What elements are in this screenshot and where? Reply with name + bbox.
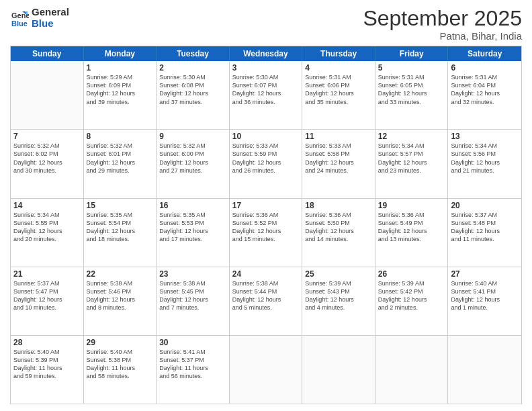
day-cell: 19Sunrise: 5:36 AM Sunset: 5:49 PM Dayli… xyxy=(375,199,449,267)
day-number: 27 xyxy=(451,269,519,279)
day-info: Sunrise: 5:30 AM Sunset: 6:08 PM Dayligh… xyxy=(159,73,226,106)
day-cell xyxy=(302,336,375,404)
logo: General Blue General Blue xyxy=(10,7,69,29)
day-cell: 2Sunrise: 5:30 AM Sunset: 6:08 PM Daylig… xyxy=(157,61,230,129)
header: General Blue General Blue September 2025… xyxy=(10,7,522,42)
day-cell: 4Sunrise: 5:31 AM Sunset: 6:06 PM Daylig… xyxy=(302,61,375,129)
day-cell: 21Sunrise: 5:37 AM Sunset: 5:47 PM Dayli… xyxy=(11,267,84,335)
day-cell: 18Sunrise: 5:36 AM Sunset: 5:50 PM Dayli… xyxy=(302,199,375,267)
day-cell: 8Sunrise: 5:32 AM Sunset: 6:01 PM Daylig… xyxy=(84,130,157,197)
column-header-friday: Friday xyxy=(375,46,449,61)
day-number: 13 xyxy=(451,132,519,141)
day-number: 19 xyxy=(378,201,445,210)
day-cell xyxy=(375,336,449,404)
week-row-4: 21Sunrise: 5:37 AM Sunset: 5:47 PM Dayli… xyxy=(11,267,521,336)
day-info: Sunrise: 5:39 AM Sunset: 5:42 PM Dayligh… xyxy=(378,279,445,312)
logo-icon: General Blue xyxy=(10,9,29,28)
day-cell xyxy=(230,336,303,404)
day-cell: 15Sunrise: 5:35 AM Sunset: 5:54 PM Dayli… xyxy=(84,199,157,267)
day-cell: 5Sunrise: 5:31 AM Sunset: 6:05 PM Daylig… xyxy=(375,61,449,129)
day-number: 10 xyxy=(232,132,300,141)
day-number: 3 xyxy=(232,63,300,73)
week-row-5: 28Sunrise: 5:40 AM Sunset: 5:39 PM Dayli… xyxy=(11,336,521,404)
svg-text:Blue: Blue xyxy=(11,19,28,28)
day-cell: 9Sunrise: 5:32 AM Sunset: 6:00 PM Daylig… xyxy=(157,130,230,197)
day-cell: 1Sunrise: 5:29 AM Sunset: 6:09 PM Daylig… xyxy=(84,61,157,129)
day-info: Sunrise: 5:33 AM Sunset: 5:59 PM Dayligh… xyxy=(232,142,300,175)
day-info: Sunrise: 5:33 AM Sunset: 5:58 PM Dayligh… xyxy=(305,142,372,175)
day-cell: 29Sunrise: 5:40 AM Sunset: 5:38 PM Dayli… xyxy=(84,336,157,404)
week-row-2: 7Sunrise: 5:32 AM Sunset: 6:02 PM Daylig… xyxy=(11,130,521,198)
column-header-monday: Monday xyxy=(84,46,157,61)
day-number: 15 xyxy=(87,201,154,210)
day-cell xyxy=(11,61,84,129)
day-number: 11 xyxy=(305,132,372,141)
day-info: Sunrise: 5:32 AM Sunset: 6:02 PM Dayligh… xyxy=(13,142,81,175)
day-info: Sunrise: 5:40 AM Sunset: 5:39 PM Dayligh… xyxy=(13,348,81,381)
day-info: Sunrise: 5:29 AM Sunset: 6:09 PM Dayligh… xyxy=(87,73,154,106)
day-number: 23 xyxy=(159,269,226,279)
day-cell: 25Sunrise: 5:39 AM Sunset: 5:43 PM Dayli… xyxy=(302,267,375,335)
day-cell: 23Sunrise: 5:38 AM Sunset: 5:45 PM Dayli… xyxy=(157,267,230,335)
day-cell: 28Sunrise: 5:40 AM Sunset: 5:39 PM Dayli… xyxy=(11,336,84,404)
weeks-container: 1Sunrise: 5:29 AM Sunset: 6:09 PM Daylig… xyxy=(11,61,521,404)
title-block: September 2025 Patna, Bihar, India xyxy=(363,7,522,42)
day-number: 30 xyxy=(159,338,226,347)
day-number: 28 xyxy=(13,338,81,347)
day-number: 1 xyxy=(87,63,154,73)
column-header-tuesday: Tuesday xyxy=(157,46,230,61)
day-info: Sunrise: 5:38 AM Sunset: 5:44 PM Dayligh… xyxy=(232,279,300,312)
day-info: Sunrise: 5:30 AM Sunset: 6:07 PM Dayligh… xyxy=(232,73,300,106)
calendar: SundayMondayTuesdayWednesdayThursdayFrid… xyxy=(10,46,522,404)
day-info: Sunrise: 5:37 AM Sunset: 5:48 PM Dayligh… xyxy=(451,211,519,244)
day-info: Sunrise: 5:32 AM Sunset: 6:01 PM Dayligh… xyxy=(87,142,154,175)
day-number: 25 xyxy=(305,269,372,279)
day-info: Sunrise: 5:35 AM Sunset: 5:54 PM Dayligh… xyxy=(87,211,154,244)
day-info: Sunrise: 5:35 AM Sunset: 5:53 PM Dayligh… xyxy=(159,211,226,244)
day-cell: 27Sunrise: 5:40 AM Sunset: 5:41 PM Dayli… xyxy=(448,267,521,335)
day-info: Sunrise: 5:40 AM Sunset: 5:41 PM Dayligh… xyxy=(451,279,519,312)
day-number: 4 xyxy=(305,63,372,73)
day-cell: 7Sunrise: 5:32 AM Sunset: 6:02 PM Daylig… xyxy=(11,130,84,197)
day-number: 21 xyxy=(13,269,81,279)
day-info: Sunrise: 5:31 AM Sunset: 6:05 PM Dayligh… xyxy=(378,73,445,106)
day-number: 5 xyxy=(378,63,445,73)
column-header-thursday: Thursday xyxy=(302,46,375,61)
day-info: Sunrise: 5:37 AM Sunset: 5:47 PM Dayligh… xyxy=(13,279,81,312)
day-cell: 30Sunrise: 5:41 AM Sunset: 5:37 PM Dayli… xyxy=(157,336,230,404)
day-info: Sunrise: 5:34 AM Sunset: 5:57 PM Dayligh… xyxy=(378,142,445,175)
day-cell: 26Sunrise: 5:39 AM Sunset: 5:42 PM Dayli… xyxy=(375,267,449,335)
page: General Blue General Blue September 2025… xyxy=(0,0,532,411)
day-cell: 13Sunrise: 5:34 AM Sunset: 5:56 PM Dayli… xyxy=(448,130,521,197)
day-info: Sunrise: 5:36 AM Sunset: 5:50 PM Dayligh… xyxy=(305,211,372,244)
day-cell: 10Sunrise: 5:33 AM Sunset: 5:59 PM Dayli… xyxy=(230,130,303,197)
day-number: 22 xyxy=(87,269,154,279)
day-info: Sunrise: 5:34 AM Sunset: 5:55 PM Dayligh… xyxy=(13,211,81,244)
day-cell: 17Sunrise: 5:36 AM Sunset: 5:52 PM Dayli… xyxy=(230,199,303,267)
column-headers: SundayMondayTuesdayWednesdayThursdayFrid… xyxy=(11,46,521,61)
column-header-wednesday: Wednesday xyxy=(230,46,303,61)
column-header-saturday: Saturday xyxy=(448,46,521,61)
logo-general: General xyxy=(32,7,69,18)
day-info: Sunrise: 5:34 AM Sunset: 5:56 PM Dayligh… xyxy=(451,142,519,175)
day-number: 6 xyxy=(451,63,519,73)
day-info: Sunrise: 5:36 AM Sunset: 5:49 PM Dayligh… xyxy=(378,211,445,244)
day-cell: 12Sunrise: 5:34 AM Sunset: 5:57 PM Dayli… xyxy=(375,130,449,197)
week-row-3: 14Sunrise: 5:34 AM Sunset: 5:55 PM Dayli… xyxy=(11,199,521,267)
page-title: September 2025 xyxy=(363,7,522,30)
logo-blue: Blue xyxy=(32,18,69,30)
day-info: Sunrise: 5:32 AM Sunset: 6:00 PM Dayligh… xyxy=(159,142,226,175)
day-number: 7 xyxy=(13,132,81,141)
day-number: 18 xyxy=(305,201,372,210)
day-info: Sunrise: 5:41 AM Sunset: 5:37 PM Dayligh… xyxy=(159,348,226,381)
day-info: Sunrise: 5:40 AM Sunset: 5:38 PM Dayligh… xyxy=(87,348,154,381)
day-info: Sunrise: 5:38 AM Sunset: 5:45 PM Dayligh… xyxy=(159,279,226,312)
day-number: 14 xyxy=(13,201,81,210)
day-cell: 16Sunrise: 5:35 AM Sunset: 5:53 PM Dayli… xyxy=(157,199,230,267)
day-number: 26 xyxy=(378,269,445,279)
day-info: Sunrise: 5:39 AM Sunset: 5:43 PM Dayligh… xyxy=(305,279,372,312)
day-number: 9 xyxy=(159,132,226,141)
day-info: Sunrise: 5:36 AM Sunset: 5:52 PM Dayligh… xyxy=(232,211,300,244)
day-cell: 24Sunrise: 5:38 AM Sunset: 5:44 PM Dayli… xyxy=(230,267,303,335)
day-cell: 20Sunrise: 5:37 AM Sunset: 5:48 PM Dayli… xyxy=(448,199,521,267)
